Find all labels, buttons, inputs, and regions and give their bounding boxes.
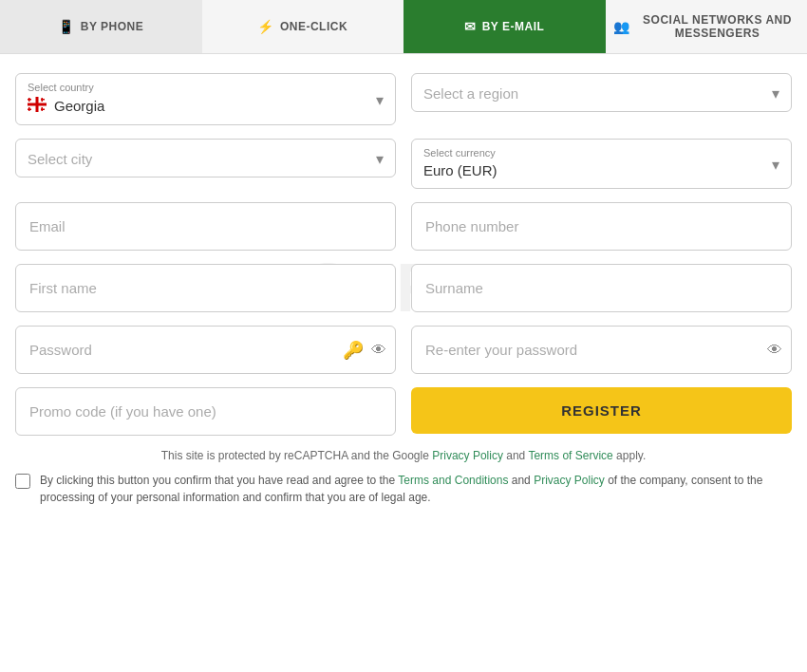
region-col: Select a region ▾ bbox=[411, 73, 792, 125]
terms-of-service-link[interactable]: Terms of Service bbox=[528, 449, 612, 462]
lightning-icon: ⚡ bbox=[257, 19, 274, 34]
promo-col bbox=[15, 387, 396, 436]
tab-social[interactable]: 👥 SOCIAL NETWORKS AND MESSENGERS bbox=[606, 0, 808, 53]
country-col: Select country bbox=[15, 73, 396, 125]
tab-by-phone-label: BY PHONE bbox=[81, 20, 143, 33]
email-icon: ✉ bbox=[464, 19, 477, 34]
currency-col: Select currency Euro (EUR) ▾ bbox=[411, 139, 792, 189]
city-col: Select city ▾ bbox=[15, 139, 396, 189]
currency-select[interactable]: Select currency Euro (EUR) ▾ bbox=[411, 139, 792, 189]
row-name-surname bbox=[15, 264, 792, 312]
tab-social-label: SOCIAL NETWORKS AND MESSENGERS bbox=[635, 13, 799, 40]
tab-one-click-label: ONE-CLICK bbox=[280, 20, 347, 33]
consent-text: By clicking this button you confirm that… bbox=[40, 472, 792, 506]
consent-checkbox[interactable] bbox=[15, 474, 30, 489]
row-country-region: Select country bbox=[15, 73, 792, 125]
region-placeholder: Select a region bbox=[423, 82, 757, 103]
consent-privacy-link[interactable]: Privacy Policy bbox=[534, 474, 605, 487]
firstname-col bbox=[15, 264, 396, 312]
svg-rect-4 bbox=[28, 99, 31, 101]
key-icon: 🔑 bbox=[343, 340, 364, 361]
phone-col bbox=[411, 202, 792, 251]
registration-tabs: 📱 BY PHONE ⚡ ONE-CLICK ✉ BY E-MAIL 👥 SOC… bbox=[0, 0, 807, 54]
row-passwords: 🔑 👁 👁 bbox=[15, 326, 792, 374]
register-button[interactable]: REGISTER bbox=[411, 387, 792, 434]
firstname-input[interactable] bbox=[15, 264, 396, 312]
tab-by-email-label: BY E-MAIL bbox=[482, 20, 545, 33]
surname-input[interactable] bbox=[411, 264, 792, 312]
social-icon: 👥 bbox=[613, 19, 630, 34]
currency-value: Euro (EUR) bbox=[423, 159, 757, 180]
password-input[interactable] bbox=[15, 326, 396, 374]
region-select[interactable]: Select a region ▾ bbox=[411, 73, 792, 112]
repassword-icons: 👁 bbox=[767, 342, 782, 359]
country-value: Georgia bbox=[28, 93, 361, 117]
surname-col bbox=[411, 264, 792, 312]
registration-form: N🔺STRABET Select country bbox=[0, 54, 807, 521]
svg-rect-10 bbox=[41, 109, 45, 111]
country-label: Select country bbox=[28, 82, 361, 93]
privacy-policy-link[interactable]: Privacy Policy bbox=[432, 449, 503, 462]
phone-input[interactable] bbox=[411, 202, 792, 251]
country-selected-value: Georgia bbox=[54, 98, 104, 114]
svg-rect-2 bbox=[28, 103, 47, 106]
register-col: REGISTER bbox=[411, 387, 792, 436]
eye-slash-icon[interactable]: 👁 bbox=[371, 342, 386, 359]
tab-by-email[interactable]: ✉ BY E-MAIL bbox=[404, 0, 606, 53]
consent-and: and bbox=[512, 474, 531, 487]
email-input[interactable] bbox=[15, 202, 396, 251]
email-col bbox=[15, 202, 396, 251]
consent-prefix: By clicking this button you confirm that… bbox=[40, 474, 395, 487]
repassword-col: 👁 bbox=[411, 326, 792, 374]
row-city-currency: Select city ▾ Select currency Euro (EUR)… bbox=[15, 139, 792, 189]
tab-by-phone[interactable]: 📱 BY PHONE bbox=[0, 0, 202, 53]
row-email-phone bbox=[15, 202, 792, 251]
phone-icon: 📱 bbox=[58, 19, 75, 34]
and-text: and bbox=[506, 449, 525, 462]
apply-text: apply. bbox=[616, 449, 646, 462]
georgia-flag-icon bbox=[28, 97, 47, 115]
recaptcha-notice: This site is protected by reCAPTCHA and … bbox=[15, 449, 792, 462]
password-col: 🔑 👁 bbox=[15, 326, 396, 374]
consent-row: By clicking this button you confirm that… bbox=[15, 472, 792, 506]
svg-rect-6 bbox=[41, 99, 45, 101]
repassword-input[interactable] bbox=[411, 326, 792, 374]
recaptcha-text: This site is protected by reCAPTCHA and … bbox=[161, 449, 429, 462]
city-placeholder: Select city bbox=[28, 147, 361, 169]
country-select[interactable]: Select country bbox=[15, 73, 396, 125]
password-icons: 🔑 👁 bbox=[343, 340, 386, 361]
row-promo-register: REGISTER bbox=[15, 387, 792, 436]
svg-rect-8 bbox=[28, 109, 31, 111]
currency-label: Select currency bbox=[423, 147, 757, 159]
promo-input[interactable] bbox=[15, 387, 396, 436]
tab-one-click[interactable]: ⚡ ONE-CLICK bbox=[202, 0, 404, 53]
terms-conditions-link[interactable]: Terms and Conditions bbox=[398, 474, 508, 487]
repassword-eye-icon[interactable]: 👁 bbox=[767, 342, 782, 359]
city-select[interactable]: Select city ▾ bbox=[15, 139, 396, 177]
